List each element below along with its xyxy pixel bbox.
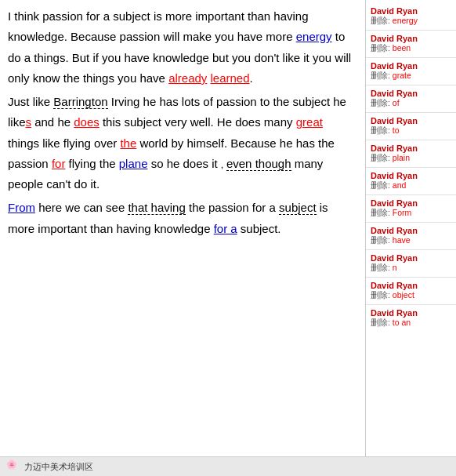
phrase-that-having: that having [128, 201, 185, 215]
word-barrington: Barrington [53, 95, 107, 109]
footer-text: 力迈中美术培训区 [24, 461, 93, 473]
word-subject: subject [279, 201, 317, 215]
comment-1: David Ryan 删除: energy [366, 3, 456, 31]
comment-9: David Ryan 删除: have [366, 223, 456, 250]
comment-author-8: David Ryan [371, 198, 451, 208]
word-energy: energy [296, 30, 332, 43]
comment-action-3: 删除: grate [371, 71, 451, 82]
comment-5: David Ryan 删除: to [366, 113, 456, 140]
comment-2: David Ryan 删除: been [366, 31, 456, 58]
comment-action-6: 删除: plain [371, 153, 451, 164]
sidebar-comments: David Ryan 删除: energy David Ryan 删除: bee… [366, 0, 456, 476]
comment-12: David Ryan 删除: to an [366, 305, 456, 332]
paragraph-1: I think passion for a subject is more im… [8, 6, 357, 89]
comment-author-1: David Ryan [371, 6, 451, 16]
main-text: I think passion for a subject is more im… [8, 6, 357, 239]
comment-action-4: 删除: of [371, 98, 451, 109]
word-learned: learned [211, 71, 250, 85]
comment-author-11: David Ryan [371, 281, 451, 290]
word-the: the [120, 136, 136, 150]
word-from: From [8, 201, 35, 214]
comment-action-1: 删除: energy [371, 16, 451, 27]
paragraph-3: From here we can see that having the pas… [8, 198, 357, 239]
word-plane: plane [119, 157, 148, 170]
comment-action-7: 删除: and [371, 180, 451, 191]
main-content: I think passion for a subject is more im… [0, 0, 366, 476]
comment-author-4: David Ryan [371, 89, 451, 98]
comment-action-2: 删除: been [371, 43, 451, 54]
comment-author-7: David Ryan [371, 171, 451, 180]
comment-author-5: David Ryan [371, 116, 451, 125]
paragraph-2: Just like Barrington Irving he has lots … [8, 92, 357, 194]
comment-action-5: 删除: to [371, 125, 451, 136]
comment-6: David Ryan 删除: plain [366, 140, 456, 168]
phrase-even-though: even though [226, 157, 291, 171]
comment-4: David Ryan 删除: of [366, 85, 456, 113]
word-s: s [26, 115, 32, 129]
comment-author-12: David Ryan [371, 308, 451, 318]
footer-icon: 🌸 [6, 460, 20, 474]
comment-8: David Ryan 删除: Form [366, 195, 456, 223]
word-great: great [296, 115, 323, 129]
comment-11: David Ryan 删除: object [366, 278, 456, 305]
word-for: for [52, 157, 66, 170]
comment-3: David Ryan 删除: grate [366, 58, 456, 85]
comment-action-8: 删除: Form [371, 208, 451, 219]
comment-author-10: David Ryan [371, 253, 451, 263]
comment-10: David Ryan 删除: n [366, 250, 456, 278]
comment-action-10: 删除: n [371, 263, 451, 274]
comment-author-9: David Ryan [371, 226, 451, 235]
comment-action-9: 删除: have [371, 235, 451, 246]
word-already: already [168, 71, 207, 85]
comment-action-11: 删除: object [371, 290, 451, 301]
comment-author-3: David Ryan [371, 61, 451, 71]
word-does: does [74, 115, 100, 129]
comment-author-2: David Ryan [371, 34, 451, 43]
comment-action-12: 删除: to an [371, 318, 451, 329]
phrase-for-a: for a [214, 222, 237, 235]
footer-bar: 🌸 力迈中美术培训区 [0, 456, 456, 476]
comment-author-6: David Ryan [371, 144, 451, 153]
comment-7: David Ryan 删除: and [366, 168, 456, 195]
